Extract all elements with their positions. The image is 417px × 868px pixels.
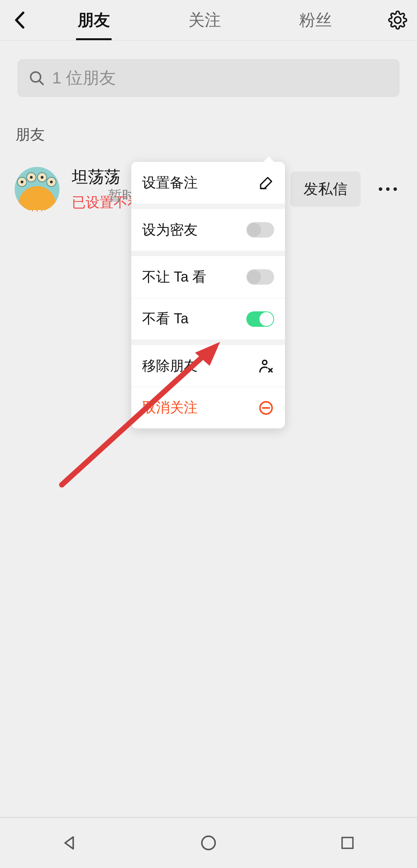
square-recent-icon: [339, 835, 356, 851]
toggle-close-friend[interactable]: [246, 222, 274, 238]
popover-remove-friend-label: 移除朋友: [142, 357, 198, 375]
popover-unfollow-label: 取消关注: [142, 398, 198, 417]
search-container: 1 位朋友: [0, 41, 417, 105]
popover-set-remark[interactable]: 设置备注: [131, 162, 285, 204]
section-label-friends: 朋友: [0, 105, 417, 149]
person-remove-icon: [258, 358, 274, 374]
svg-point-3: [263, 360, 267, 365]
nav-back-button[interactable]: [58, 831, 81, 854]
app-header: 朋友 关注 粉丝: [0, 0, 417, 41]
tab-friends[interactable]: 朋友: [76, 0, 112, 40]
back-button[interactable]: [0, 0, 39, 40]
gear-icon: [388, 10, 407, 30]
popover-block-view-label: 不让 Ta 看: [142, 268, 206, 287]
popover-set-remark-label: 设置备注: [142, 173, 198, 192]
search-input[interactable]: 1 位朋友: [17, 59, 400, 97]
settings-button[interactable]: [378, 0, 417, 40]
nav-recent-button[interactable]: [336, 831, 359, 854]
popover-unfollow[interactable]: 取消关注: [131, 387, 285, 428]
chevron-left-icon: [14, 11, 25, 29]
more-button[interactable]: [373, 187, 402, 191]
header-tabs: 朋友 关注 粉丝: [39, 0, 378, 40]
system-navbar: [0, 817, 417, 868]
search-placeholder: 1 位朋友: [52, 67, 116, 89]
tab-following[interactable]: 关注: [187, 0, 222, 40]
tab-followers[interactable]: 粉丝: [298, 0, 333, 40]
dots-icon: [379, 187, 382, 191]
svg-line-1: [39, 81, 43, 84]
pencil-icon: [259, 175, 274, 190]
circle-home-icon: [200, 834, 217, 852]
svg-point-8: [202, 836, 215, 850]
nav-home-button[interactable]: [197, 831, 220, 854]
send-message-button[interactable]: 发私信: [290, 172, 361, 207]
popover-close-friend[interactable]: 设为密友: [131, 209, 285, 251]
triangle-back-icon: [61, 834, 78, 852]
minus-circle-icon: [258, 400, 274, 416]
popover-block-view[interactable]: 不让 Ta 看: [131, 256, 285, 298]
toggle-hide-posts[interactable]: [246, 311, 274, 327]
search-icon: [28, 70, 45, 87]
friend-options-popover: 设置备注 设为密友 不让 Ta 看 不看 Ta 移除朋友 取消关注: [131, 162, 285, 428]
avatar[interactable]: [15, 167, 59, 212]
toggle-block-view[interactable]: [246, 269, 274, 285]
popover-hide-posts-label: 不看 Ta: [142, 309, 188, 328]
popover-remove-friend[interactable]: 移除朋友: [131, 345, 285, 387]
popover-close-friend-label: 设为密友: [142, 221, 198, 240]
popover-hide-posts[interactable]: 不看 Ta: [131, 298, 285, 340]
svg-rect-9: [342, 837, 353, 848]
